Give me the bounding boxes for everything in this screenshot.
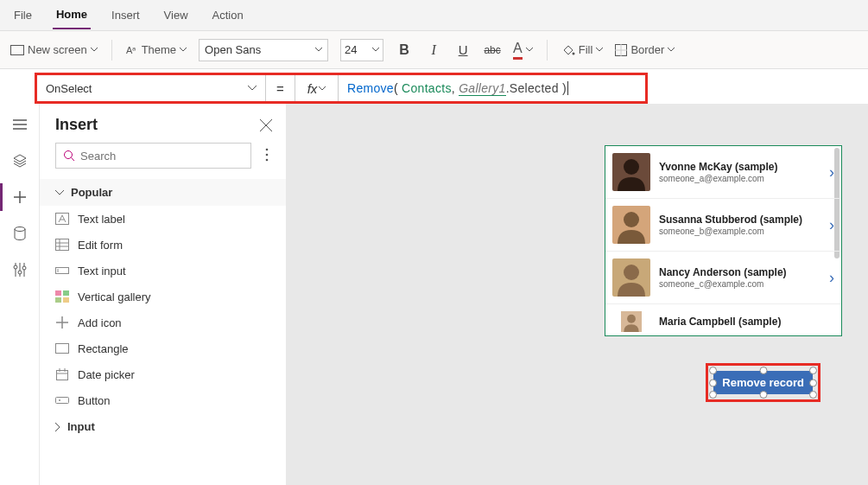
property-select[interactable]: OnSelect — [37, 75, 266, 101]
resize-handle[interactable] — [709, 379, 717, 386]
underline-button[interactable]: U — [454, 42, 472, 57]
gallery-control[interactable]: Yvonne McKay (sample) someone_a@example.… — [605, 145, 842, 336]
layers-icon — [13, 154, 27, 168]
menu-file[interactable]: File — [10, 2, 35, 29]
menu-home[interactable]: Home — [53, 1, 91, 29]
menu-action[interactable]: Action — [209, 2, 247, 29]
chevron-right-icon[interactable]: › — [829, 269, 834, 287]
insert-date-picker[interactable]: Date picker — [40, 361, 286, 387]
menu-view[interactable]: View — [161, 2, 192, 29]
tree-view-button[interactable] — [11, 116, 29, 133]
contact-name: Nancy Anderson (sample) — [659, 266, 820, 278]
font-size-value: 24 — [345, 43, 357, 56]
avatar — [612, 311, 650, 332]
database-icon — [14, 227, 26, 240]
chevron-down-icon — [248, 86, 257, 91]
main-area: Insert Popular Text label Edit f — [0, 104, 868, 485]
svg-point-15 — [18, 271, 22, 274]
svg-rect-38 — [63, 297, 69, 303]
border-button[interactable]: Border — [615, 43, 675, 56]
button-icon — [55, 393, 69, 407]
font-size-select[interactable]: 24 — [340, 39, 383, 61]
chevron-right-icon — [55, 423, 60, 431]
layers-button[interactable] — [11, 152, 29, 169]
category-popular[interactable]: Popular — [40, 179, 286, 206]
menu-bar: File Home Insert View Action — [0, 0, 868, 31]
svg-rect-37 — [55, 297, 61, 303]
formula-comma: , — [452, 81, 459, 95]
contact-email: someone_c@example.com — [659, 279, 820, 289]
insert-text-label[interactable]: Text label — [40, 206, 286, 232]
theme-button[interactable]: Aᵃ Theme — [126, 43, 187, 56]
canvas[interactable]: Yvonne McKay (sample) someone_a@example.… — [287, 104, 868, 485]
formula-gallery: Gallery1 — [459, 81, 506, 96]
gallery-item[interactable]: Nancy Anderson (sample) someone_c@exampl… — [605, 252, 841, 304]
panel-header: Insert — [40, 104, 286, 143]
fx-button[interactable]: fx — [295, 75, 339, 101]
avatar — [612, 153, 650, 191]
resize-handle[interactable] — [759, 367, 767, 374]
border-icon — [615, 44, 627, 56]
insert-edit-form[interactable]: Edit form — [40, 232, 286, 258]
category-label: Input — [67, 420, 95, 433]
svg-line-27 — [62, 215, 66, 222]
caret — [567, 81, 568, 95]
rectangle-icon — [55, 341, 69, 355]
insert-text-input[interactable]: Text input — [40, 258, 286, 284]
svg-point-49 — [624, 159, 639, 175]
formula-input[interactable]: Remove( Contacts, Gallery1.Selected ) — [339, 81, 645, 95]
svg-point-13 — [14, 265, 17, 269]
fill-button[interactable]: Fill — [561, 43, 604, 56]
remove-record-button[interactable]: Remove record — [713, 371, 813, 394]
bold-button[interactable]: B — [396, 42, 413, 58]
contact-name: Maria Campbell (sample) — [659, 316, 834, 328]
italic-button[interactable]: I — [425, 42, 442, 58]
svg-point-51 — [624, 212, 639, 227]
gallery-item[interactable]: Maria Campbell (sample) — [605, 304, 841, 335]
search-input-wrapper[interactable] — [55, 143, 251, 169]
new-screen-label: New screen — [28, 43, 87, 56]
equals-sign: = — [266, 75, 295, 101]
svg-rect-36 — [63, 290, 69, 296]
chevron-down-icon — [372, 48, 379, 52]
category-input[interactable]: Input — [40, 413, 286, 440]
font-color-button[interactable]: A — [513, 41, 533, 60]
chevron-right-icon[interactable]: › — [829, 163, 834, 182]
insert-add-icon[interactable]: Add icon — [40, 310, 286, 335]
resize-handle[interactable] — [809, 367, 817, 374]
settings-icon — [13, 263, 27, 277]
chevron-down-icon — [91, 48, 98, 52]
svg-rect-46 — [56, 398, 69, 404]
svg-text:Aᵃ: Aᵃ — [126, 45, 136, 55]
gallery-item[interactable]: Susanna Stubberod (sample) someone_b@exa… — [605, 199, 841, 252]
insert-vertical-gallery[interactable]: Vertical gallery — [40, 284, 286, 310]
gallery-icon — [55, 290, 69, 303]
fx-label: fx — [307, 81, 318, 96]
close-icon[interactable] — [260, 119, 272, 131]
menu-insert[interactable]: Insert — [108, 2, 143, 29]
tools-rail-button[interactable] — [11, 261, 29, 278]
search-input[interactable] — [80, 150, 244, 163]
data-rail-button[interactable] — [11, 225, 29, 242]
strikethrough-button[interactable]: abc — [484, 44, 501, 56]
chevron-right-icon[interactable]: › — [829, 216, 834, 234]
more-button[interactable] — [258, 148, 276, 164]
insert-rail-button[interactable] — [11, 188, 29, 206]
resize-handle[interactable] — [809, 379, 817, 386]
resize-handle[interactable] — [759, 391, 767, 399]
insert-rectangle[interactable]: Rectangle — [40, 335, 286, 361]
divider — [547, 40, 548, 61]
svg-point-24 — [266, 158, 269, 161]
gallery-item[interactable]: Yvonne McKay (sample) someone_a@example.… — [605, 146, 841, 199]
insert-panel: Insert Popular Text label Edit f — [40, 104, 287, 485]
font-family-select[interactable]: Open Sans — [199, 39, 328, 61]
new-screen-button[interactable]: New screen — [10, 43, 98, 56]
fill-label: Fill — [579, 43, 593, 56]
item-label: Rectangle — [78, 342, 129, 355]
resize-handle[interactable] — [809, 391, 817, 399]
insert-button[interactable]: Button — [40, 387, 286, 413]
resize-handle[interactable] — [709, 391, 717, 399]
svg-point-53 — [624, 265, 639, 280]
formula-function: Remove — [347, 81, 394, 95]
resize-handle[interactable] — [709, 367, 717, 374]
